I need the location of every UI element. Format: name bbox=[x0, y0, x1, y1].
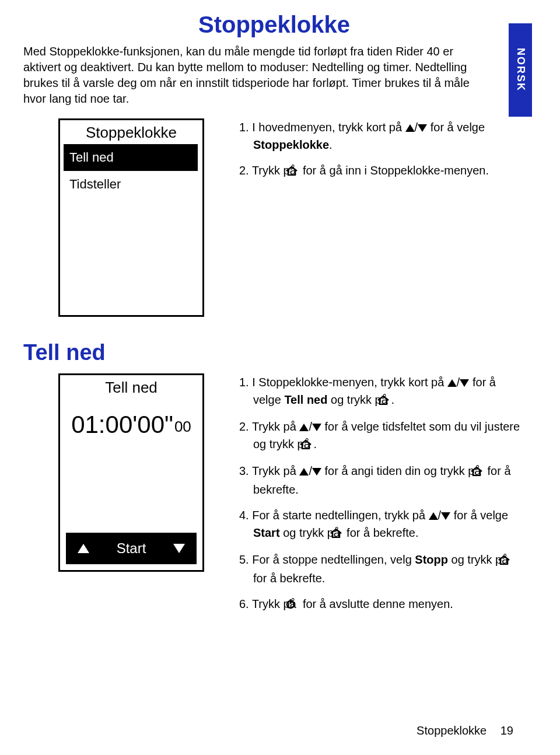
bottom-row: Tell ned 01:00'00"00 Start 1. I Stoppekl… bbox=[23, 373, 525, 622]
up-icon bbox=[299, 468, 309, 476]
start-label: Start bbox=[117, 540, 146, 557]
steps-bottom: 1. I Stoppeklokke-menyen, trykk kort på … bbox=[239, 373, 525, 622]
language-tab: NORSK bbox=[509, 23, 532, 117]
step-bottom-2: 2. Trykk på / for å velge tidsfeltet som… bbox=[239, 418, 525, 454]
time-small: 00 bbox=[173, 411, 191, 436]
intro-paragraph: Med Stoppeklokke-funksjonen, kan du måle… bbox=[23, 44, 473, 107]
step-bottom-4: 4. For å starte nedtellingen, trykk på /… bbox=[239, 506, 525, 543]
step-bottom-6: 6. Trykk på for å avslutte denne menyen. bbox=[239, 595, 525, 614]
up-icon bbox=[299, 424, 309, 431]
section-tell-ned-title: Tell ned bbox=[23, 340, 525, 365]
up-icon bbox=[405, 124, 415, 132]
start-bar[interactable]: Start bbox=[66, 533, 197, 564]
down-icon bbox=[418, 124, 427, 132]
footer: Stoppeklokke 19 bbox=[416, 724, 513, 737]
footer-section: Stoppeklokke bbox=[416, 724, 487, 737]
down-icon bbox=[441, 512, 450, 520]
time-display: 01:00'00"00 bbox=[60, 399, 202, 527]
time-big: 01:00'00" bbox=[71, 411, 173, 439]
up-icon-white[interactable] bbox=[78, 544, 89, 553]
device-screen-menu: Stoppeklokke Tell ned Tidsteller bbox=[58, 118, 204, 317]
down-icon-white[interactable] bbox=[173, 544, 185, 553]
up-icon bbox=[447, 379, 457, 387]
down-icon bbox=[312, 424, 321, 431]
screen-menu-header: Stoppeklokke bbox=[60, 120, 202, 144]
menu-item-tell-ned[interactable]: Tell ned bbox=[64, 144, 201, 171]
menu-item-tidsteller[interactable]: Tidsteller bbox=[64, 171, 199, 198]
steps-top: 1. I hovedmenyen, trykk kort på / for å … bbox=[239, 118, 525, 188]
top-row: Stoppeklokke Tell ned Tidsteller 1. I ho… bbox=[23, 118, 525, 317]
up-icon bbox=[429, 512, 438, 520]
step-bottom-5: 5. For å stoppe nedtellingen, velg Stopp… bbox=[239, 551, 525, 587]
device-screen-timer: Tell ned 01:00'00"00 Start bbox=[58, 373, 204, 572]
step-top-2: 2. Trykk på for å gå inn i Stoppeklokke-… bbox=[239, 162, 525, 180]
step-bottom-3: 3. Trykk på / for å angi tiden din og tr… bbox=[239, 462, 525, 498]
step-bottom-1: 1. I Stoppeklokke-menyen, trykk kort på … bbox=[239, 373, 525, 410]
down-icon bbox=[312, 468, 321, 476]
screen-timer-header: Tell ned bbox=[60, 375, 202, 399]
language-tab-label: NORSK bbox=[514, 48, 527, 92]
step-top-1: 1. I hovedmenyen, trykk kort på / for å … bbox=[239, 118, 525, 153]
down-icon bbox=[460, 379, 469, 387]
footer-page-number: 19 bbox=[501, 724, 513, 737]
page-title: Stoppeklokke bbox=[23, 12, 525, 38]
